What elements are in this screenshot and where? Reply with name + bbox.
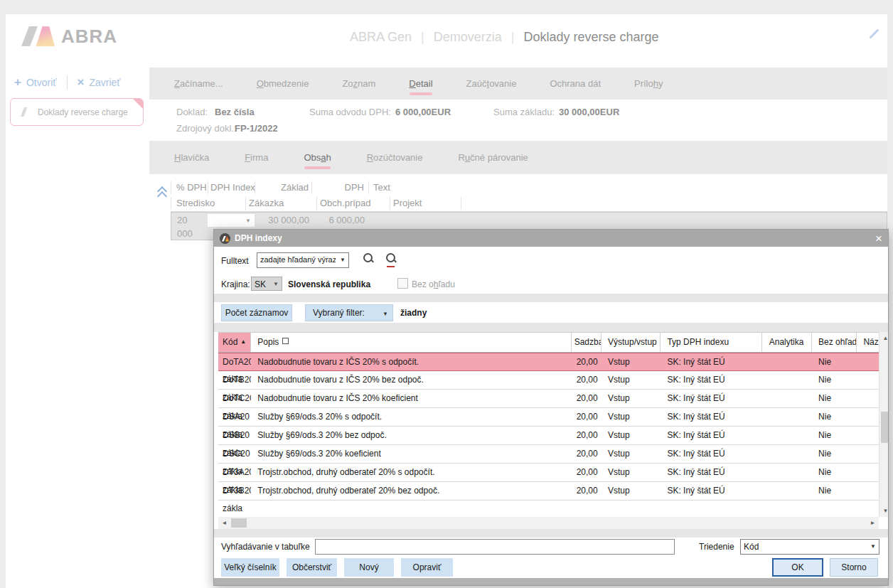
sub-tab[interactable]: Firma bbox=[245, 152, 268, 163]
close-button[interactable]: × Zavrieť bbox=[77, 75, 121, 90]
sub-tab[interactable]: Hlavička bbox=[174, 152, 209, 163]
main-tab-label: Zoznam bbox=[342, 78, 375, 89]
col-text[interactable]: Text bbox=[373, 182, 390, 193]
dph-index-row[interactable]: DoTC20 Nadobudnutie tovaru z IČS 20% koe… bbox=[218, 390, 879, 408]
dph-indexy-dialog: DPH indexy × Fulltext zadajte hľadaný vý… bbox=[213, 229, 889, 586]
cell-kod: DoTC20 bbox=[218, 390, 251, 407]
scrollbar-thumb[interactable] bbox=[881, 412, 888, 443]
table-search-input[interactable] bbox=[315, 539, 675, 555]
abra-logo-icon bbox=[21, 26, 55, 46]
sub-tab[interactable]: Rozúčtovanie bbox=[367, 152, 423, 163]
col-obchpripad[interactable]: Obch.prípad bbox=[320, 198, 371, 208]
cell-analytika bbox=[765, 482, 812, 500]
breadcrumb: ABRA Gen|Demoverzia|Doklady reverse char… bbox=[350, 30, 659, 45]
sub-tab-label: Obsah bbox=[304, 152, 331, 163]
dph-index-dropdown[interactable]: ▼ bbox=[208, 214, 255, 227]
sub-tab[interactable]: Obsah bbox=[304, 152, 331, 163]
bez-ohladu-checkbox[interactable] bbox=[397, 278, 408, 289]
table-header: Kód▲ Popis Sadzba Výstup/vstup Typ DPH i… bbox=[218, 333, 879, 353]
column-header-sadzba[interactable]: Sadzba bbox=[574, 333, 601, 352]
scroll-left-icon[interactable]: ◄ bbox=[218, 517, 230, 529]
cell-dph: 6 000,00 bbox=[312, 215, 365, 225]
dph-index-row[interactable]: DSB20 Služby §69/ods.3 20% bez odpoč. 20… bbox=[218, 427, 879, 445]
dialog-title: DPH indexy bbox=[235, 233, 282, 243]
sub-tabs: Hlavička Firma Obsah Rozúčtovanie Ručné … bbox=[149, 141, 887, 174]
dph-index-row[interactable]: DoTA20 Nadobudnutie tovaru z IČS 20% s o… bbox=[218, 353, 879, 371]
chevron-down-icon: ▼ bbox=[383, 311, 388, 317]
vybrany-filter-button[interactable]: Vybraný filter: ▼ bbox=[305, 304, 393, 321]
col-stredisko[interactable]: Stredisko bbox=[176, 198, 215, 208]
col-projekt[interactable]: Projekt bbox=[393, 198, 422, 208]
storno-button[interactable]: Storno bbox=[830, 558, 878, 577]
column-header-typ[interactable]: Typ DPH indexu bbox=[663, 333, 762, 352]
column-header-kod[interactable]: Kód▲ bbox=[218, 333, 251, 352]
main-tab[interactable]: Zoznam bbox=[342, 78, 375, 89]
dialog-close-icon[interactable]: × bbox=[875, 232, 882, 245]
column-header-popis[interactable]: Popis bbox=[253, 333, 572, 352]
cell-typ: SK: Iný štát EÚ bbox=[663, 464, 762, 481]
cell-vstup: Vstup bbox=[604, 445, 661, 463]
sidebar: + Otvoriť × Zavrieť Doklady reverse char… bbox=[6, 63, 149, 588]
main-tab[interactable]: Začíname... bbox=[174, 78, 223, 89]
edit-pencil-icon[interactable] bbox=[869, 28, 879, 38]
dph-index-row[interactable]: DSA20 Služby §69/ods.3 20% s odpočít. 20… bbox=[218, 408, 879, 427]
scroll-right-icon[interactable]: ► bbox=[867, 517, 879, 529]
separator-band bbox=[214, 529, 888, 538]
main-tab-label: Obmedzenie bbox=[257, 78, 309, 89]
krajina-select[interactable]: SK ▼ bbox=[251, 277, 282, 291]
col-dph-pct[interactable]: % DPH bbox=[176, 182, 207, 193]
col-dph-index[interactable]: DPH Index bbox=[210, 182, 255, 193]
abra-logo-text: ABRA bbox=[61, 26, 117, 48]
sidebar-item-doklady-reverse-charge[interactable]: Doklady reverse charge bbox=[10, 98, 144, 126]
search-underlined-button[interactable] bbox=[383, 252, 397, 269]
column-label: Popis bbox=[257, 337, 279, 347]
open-button-label: Otvoriť bbox=[26, 77, 57, 88]
app-header: ABRA ABRA Gen|Demoverzia|Doklady reverse… bbox=[6, 14, 887, 63]
scrollbar-thumb[interactable] bbox=[231, 518, 247, 528]
cell-kod: DSB20 bbox=[218, 427, 251, 444]
scroll-up-icon[interactable]: ▲ bbox=[879, 332, 888, 344]
grid-header-row1: % DPH DPH Index Základ DPH Text bbox=[149, 180, 887, 196]
main-tab-label: Detail bbox=[409, 78, 432, 89]
cell-analytika bbox=[765, 427, 812, 444]
horizontal-scrollbar[interactable]: ◄ ► bbox=[218, 517, 879, 529]
document-summary: Doklad: Bez čísla Suma odvodu DPH: 6 000… bbox=[149, 100, 887, 141]
dph-index-row[interactable]: DT3A20 Trojstr.obchod, druhý odberateľ 2… bbox=[218, 464, 879, 482]
open-button[interactable]: + Otvoriť bbox=[14, 75, 57, 90]
velky-ciselnik-button[interactable]: Veľký číselník bbox=[221, 558, 279, 577]
obcerstvit-button[interactable]: Občerstviť bbox=[287, 558, 337, 577]
main-tab[interactable]: Ochrana dát bbox=[550, 78, 601, 89]
main-tab[interactable]: Obmedzenie bbox=[257, 78, 309, 89]
cell-sadzba: 20,00 bbox=[574, 353, 601, 370]
col-zakazka[interactable]: Zákazka bbox=[249, 198, 284, 208]
sidebar-item-label: Doklady reverse charge bbox=[38, 107, 128, 117]
dph-index-row[interactable]: DoTB20 Nadobudnutie tovaru z IČS 20% bez… bbox=[218, 371, 879, 390]
sub-tab[interactable]: Ručné párovanie bbox=[458, 152, 528, 163]
scroll-down-icon[interactable]: ▼ bbox=[879, 505, 888, 517]
plus-icon: + bbox=[14, 75, 21, 90]
pocet-zaznamov-button[interactable]: Počet záznamov bbox=[221, 304, 292, 321]
column-header-vystup-vstup[interactable]: Výstup/vstup bbox=[604, 333, 661, 352]
dph-index-row[interactable]: DT3B20 Trojstr.obchod, druhý odberateľ 2… bbox=[218, 482, 879, 501]
search-button[interactable] bbox=[360, 252, 375, 269]
col-zaklad[interactable]: Základ bbox=[255, 182, 309, 193]
triedenie-select[interactable]: Kód ▼ bbox=[740, 539, 879, 555]
ok-button[interactable]: OK bbox=[772, 558, 823, 577]
dph-index-row[interactable]: DSC20 Služby §69/ods.3 20% koeficient 20… bbox=[218, 445, 879, 464]
main-tab[interactable]: Zaúčtovanie bbox=[466, 78, 517, 89]
column-header-analytika[interactable]: Analytika bbox=[765, 333, 812, 352]
opravit-button[interactable]: Opraviť bbox=[401, 558, 453, 577]
cell-zaklad: 30 000,00 bbox=[255, 215, 309, 225]
close-button-label: Zavrieť bbox=[89, 77, 120, 88]
sub-tab-label: Firma bbox=[245, 152, 268, 163]
main-tab[interactable]: Prílohy bbox=[634, 78, 663, 89]
column-header-bez-ohladu[interactable]: Bez ohľadu bbox=[814, 333, 857, 352]
active-tab-underline bbox=[410, 92, 432, 95]
vertical-scrollbar[interactable]: ▲ ▼ bbox=[879, 332, 888, 517]
suma-zaklad-value: 30 000,00EUR bbox=[559, 107, 619, 117]
fulltext-combobox[interactable]: zadajte hľadaný výraz ▼ bbox=[257, 252, 349, 268]
separator-band bbox=[214, 294, 888, 302]
col-dph[interactable]: DPH bbox=[311, 182, 364, 193]
main-tab[interactable]: Detail bbox=[409, 78, 432, 89]
novy-button[interactable]: Nový bbox=[344, 558, 394, 577]
